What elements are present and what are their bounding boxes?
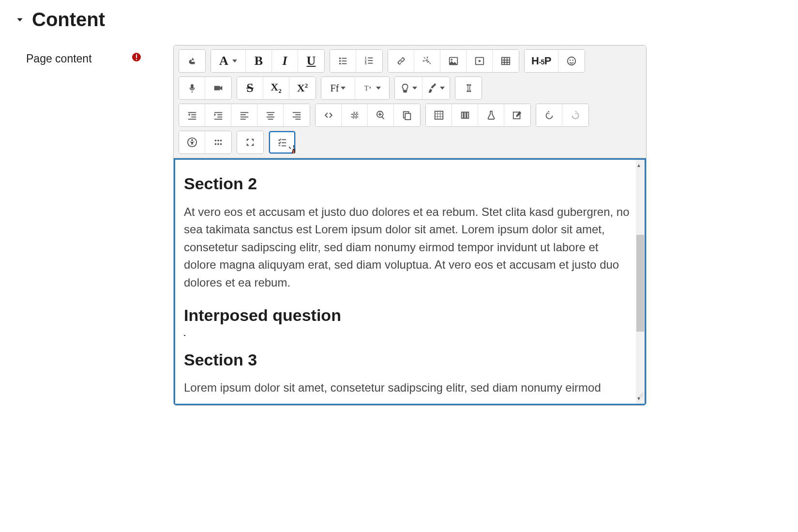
svg-text:T: T [364,84,369,92]
svg-rect-37 [240,112,248,113]
svg-point-24 [570,60,571,61]
redo-button[interactable] [562,104,588,126]
toolbar-row-1: A B I U 123 H-5P [179,49,641,73]
align-left-button[interactable] [231,104,257,126]
link-button[interactable] [388,50,414,72]
svg-rect-10 [368,58,373,59]
checklist-button[interactable] [269,131,295,153]
align-center-button[interactable] [257,104,284,126]
svg-rect-55 [435,111,443,120]
svg-point-67 [217,140,219,142]
underline-button[interactable]: U [298,50,324,72]
indent-button[interactable] [205,104,231,126]
content-paragraph[interactable]: At vero eos et accusam et justo duo dolo… [184,203,632,291]
strikethrough-button[interactable]: S [237,77,263,99]
outdent-button[interactable] [179,104,205,126]
svg-rect-38 [240,114,245,115]
svg-rect-73 [282,142,286,143]
svg-rect-29 [188,112,196,113]
svg-point-68 [220,140,222,142]
resize-handle-icon[interactable] [637,385,644,403]
superscript-button[interactable]: X2 [289,77,316,99]
h5p-button[interactable]: H-5P [525,50,558,72]
text-direction-button[interactable]: T [355,77,389,99]
toolbar-row-2: S X2 X2 Ff T [179,76,641,100]
svg-point-69 [215,143,217,145]
html-code-button[interactable] [316,104,342,126]
content-paragraph[interactable]: Lorem ipsum dolor sit amet, consetetur s… [184,379,632,396]
caret-down-icon [412,87,417,90]
hash-button[interactable] [342,104,368,126]
paint-brush-button[interactable] [422,77,450,99]
idea-button[interactable] [395,77,422,99]
svg-rect-42 [268,114,273,115]
zoom-in-button[interactable] [368,104,394,126]
svg-rect-40 [240,119,245,120]
bold-button[interactable]: B [246,50,272,72]
math-grid-button[interactable] [426,104,452,126]
copy-button[interactable] [394,104,420,126]
svg-rect-43 [266,117,274,118]
text-caret [184,335,185,336]
compose-button[interactable] [504,104,530,126]
svg-rect-12 [368,60,373,61]
svg-point-66 [215,140,217,142]
editor-content-area[interactable]: Section 2At vero eos et accusam et justo… [174,158,646,405]
svg-rect-62 [467,112,468,119]
emoji-button[interactable] [558,50,585,72]
align-right-button[interactable] [284,104,310,126]
scrollbar[interactable]: ▴ ▾ [636,160,645,404]
svg-rect-36 [214,119,222,120]
svg-point-16 [451,59,452,61]
content-heading[interactable]: Section 2 [184,171,632,197]
toolbar-toggle-button[interactable] [179,50,205,72]
video-button[interactable] [467,50,493,72]
svg-rect-39 [240,117,248,118]
scrollbar-thumb[interactable] [636,235,644,332]
scroll-up-icon[interactable]: ▴ [637,161,640,169]
subscript-button[interactable]: X2 [263,77,289,99]
svg-rect-52 [381,117,384,120]
image-button[interactable] [440,50,467,72]
editor-toolbar: A B I U 123 H-5P [174,46,646,158]
field-row: Page content A B I U [0,30,798,406]
svg-rect-27 [214,86,220,90]
braille-button[interactable] [205,131,231,153]
svg-rect-2 [136,59,137,60]
font-family-button[interactable]: Ff [321,77,355,99]
svg-rect-47 [293,117,301,118]
unordered-list-button[interactable] [330,50,356,72]
fullscreen-button[interactable] [237,131,263,153]
paragraph-style-button[interactable]: A [211,50,246,72]
svg-rect-72 [282,139,286,140]
text-cursor-button[interactable] [455,77,482,99]
italic-button[interactable]: I [272,50,298,72]
accessibility-button[interactable] [179,131,205,153]
unlink-button[interactable] [414,50,440,72]
svg-rect-60 [461,112,463,119]
section-title: Content [32,9,105,30]
svg-point-23 [568,57,576,65]
chevron-down-icon[interactable] [15,15,25,25]
layout-button[interactable] [452,104,478,126]
svg-rect-44 [268,119,273,120]
undo-button[interactable] [536,104,562,126]
ordered-list-button[interactable]: 123 [356,50,382,72]
svg-rect-45 [293,112,301,113]
content-heading[interactable]: Interposed question [184,303,632,328]
svg-point-71 [220,143,222,145]
svg-rect-61 [464,112,466,119]
svg-rect-8 [342,63,346,64]
table-button[interactable] [493,50,519,72]
svg-point-7 [339,63,341,65]
caret-down-icon [376,87,381,90]
camera-button[interactable] [205,77,231,99]
content-heading[interactable]: Section 3 [184,348,632,373]
caret-down-icon [440,87,445,90]
svg-line-81 [642,396,643,397]
svg-rect-54 [405,113,410,120]
rich-text-editor: A B I U 123 H-5P [173,45,647,406]
svg-rect-75 [279,145,281,146]
flask-button[interactable] [478,104,504,126]
microphone-button[interactable] [179,77,205,99]
